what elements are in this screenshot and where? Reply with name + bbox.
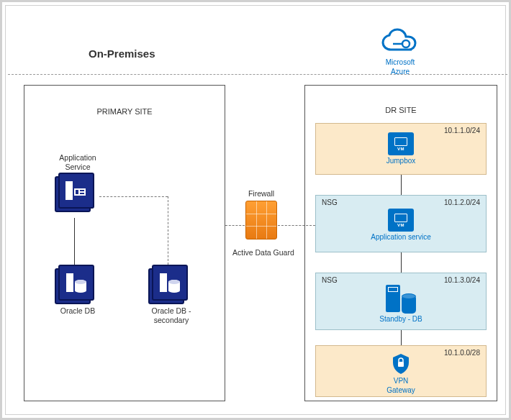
azure-label-1: Microsoft bbox=[368, 58, 433, 66]
nsg-label-standbydb: NSG bbox=[322, 276, 338, 284]
nsg-label-appsvc: NSG bbox=[322, 198, 338, 206]
db-server-icon bbox=[152, 265, 191, 303]
svg-rect-7 bbox=[66, 273, 73, 292]
svg-point-15 bbox=[168, 288, 180, 293]
subnet-jumpbox: 10.1.1.0/24 VM Jumpbox bbox=[315, 123, 487, 175]
link-app-to-oracledb bbox=[74, 218, 75, 265]
appsvc-label: Application service bbox=[371, 233, 430, 241]
oracle-db-label: Oracle DB bbox=[49, 306, 107, 316]
oracle-db-secondary-label: Oracle DB - secondary bbox=[143, 306, 200, 324]
link-jumpbox-appsvc bbox=[401, 175, 402, 195]
svg-point-0 bbox=[402, 40, 410, 47]
application-service-label: Application Service bbox=[49, 153, 107, 171]
vm-icon: VM bbox=[388, 132, 414, 155]
oracle-db-node: Oracle DB bbox=[49, 265, 107, 316]
cidr-vpngw: 10.1.0.0/28 bbox=[444, 349, 480, 357]
vm-icon: VM bbox=[388, 209, 414, 232]
vpn-gateway-label-1: VPN bbox=[394, 378, 409, 385]
svg-point-16 bbox=[168, 280, 180, 284]
primary-site-box: PRIMARY SITE bbox=[24, 85, 225, 401]
firewall-icon bbox=[245, 201, 277, 239]
cidr-appsvc: 10.1.2.0/24 bbox=[444, 198, 480, 206]
jumpbox-label: Jumpbox bbox=[386, 157, 416, 165]
link-standby-vpn bbox=[401, 330, 402, 345]
subnet-application-service: NSG 10.1.2.0/24 VM Application service bbox=[315, 195, 487, 252]
firewall-label: Firewall bbox=[232, 189, 290, 198]
cloud-icon bbox=[379, 28, 422, 57]
firewall-node: Firewall Active Data Guard bbox=[232, 189, 290, 257]
svg-rect-6 bbox=[80, 193, 84, 194]
svg-point-11 bbox=[75, 280, 86, 284]
cidr-standbydb: 10.1.3.0/24 bbox=[444, 276, 480, 284]
link-primary-to-firewall bbox=[225, 225, 245, 226]
primary-site-title: PRIMARY SITE bbox=[24, 107, 225, 116]
azure-label-2: Azure bbox=[368, 68, 433, 76]
cidr-jumpbox: 10.1.1.0/24 bbox=[444, 127, 480, 134]
azure-cloud-icon: Microsoft Azure bbox=[368, 28, 433, 76]
svg-rect-17 bbox=[398, 362, 404, 367]
on-premises-title: On-Premises bbox=[89, 47, 155, 60]
svg-point-10 bbox=[75, 288, 86, 293]
svg-rect-5 bbox=[80, 190, 84, 191]
dr-site-title: DR SITE bbox=[305, 106, 497, 114]
diagram-canvas: On-Premises Microsoft Azure PRIMARY SITE… bbox=[0, 0, 511, 420]
vpn-gateway-label-2: Gateway bbox=[386, 387, 415, 395]
application-service-node: Application Service bbox=[49, 153, 107, 211]
svg-rect-2 bbox=[65, 181, 73, 200]
svg-rect-12 bbox=[160, 273, 167, 292]
subnet-vpn-gateway: 10.1.0.0/28 VPN Gateway bbox=[315, 345, 487, 397]
vpn-gateway-icon bbox=[389, 352, 413, 376]
svg-rect-4 bbox=[76, 190, 78, 194]
server-stack-icon bbox=[58, 173, 97, 211]
active-data-guard-label: Active Data Guard bbox=[232, 248, 290, 257]
oracle-db-secondary-node: Oracle DB - secondary bbox=[143, 265, 200, 324]
standby-db-label: Standby - DB bbox=[379, 315, 422, 323]
standby-db-icon bbox=[386, 285, 416, 314]
link-appsvc-standby bbox=[401, 252, 402, 273]
link-app-to-secondary bbox=[99, 196, 168, 197]
subnet-standby-db: NSG 10.1.3.0/24 Standby - DB bbox=[315, 273, 487, 330]
db-server-icon bbox=[58, 265, 97, 303]
link-app-to-secondary-v bbox=[168, 196, 168, 265]
